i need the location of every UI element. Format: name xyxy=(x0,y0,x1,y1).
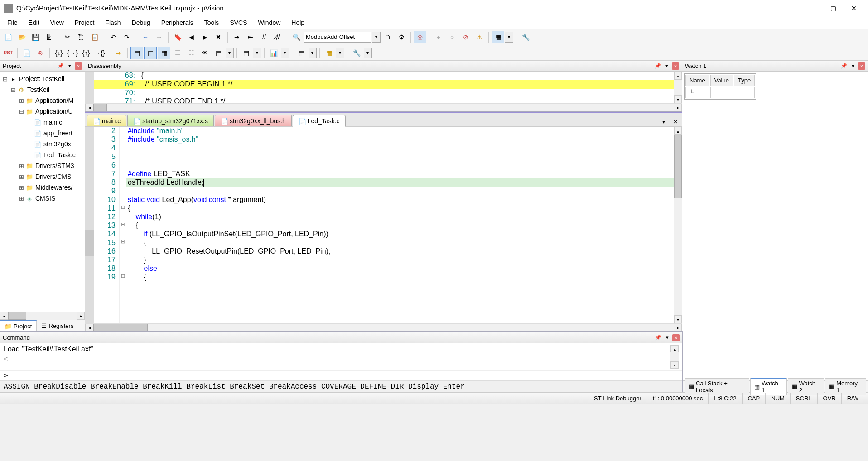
menu-file[interactable]: File xyxy=(2,17,23,28)
watch-col-header[interactable]: Name xyxy=(685,75,709,86)
run-button[interactable]: 📄 xyxy=(20,47,33,59)
code-line[interactable]: { xyxy=(126,204,674,213)
disasm-window-button[interactable]: ▥ xyxy=(144,47,157,59)
code-line[interactable]: { xyxy=(126,221,674,230)
menu-tools[interactable]: Tools xyxy=(199,17,225,28)
watch-col-header[interactable]: Type xyxy=(734,75,755,86)
menu-svcs[interactable]: SVCS xyxy=(224,17,252,28)
scroll-right-icon[interactable]: ▸ xyxy=(674,104,682,111)
analysis-window-button[interactable]: 📊 xyxy=(267,47,280,59)
menu-flash[interactable]: Flash xyxy=(100,17,126,28)
watch-cell[interactable] xyxy=(710,87,733,98)
fold-toggle[interactable] xyxy=(120,264,126,273)
scroll-thumb[interactable] xyxy=(93,104,107,111)
editor-code[interactable]: #include "main.h"#include "cmsis_os.h" #… xyxy=(126,127,674,323)
watch-col-header[interactable]: Value xyxy=(710,75,733,86)
disasm-line[interactable]: 71: /* USER CODE END 1 */ xyxy=(94,97,674,103)
breakpoint-disable-button[interactable]: ⊘ xyxy=(459,31,472,43)
tree-root[interactable]: ⊟▸Project: TestKeil xyxy=(0,73,85,84)
registers-window-button[interactable]: ☰ xyxy=(171,47,184,59)
editor-tab[interactable]: 📄stm32g0xx_ll_bus.h xyxy=(215,115,292,126)
fold-toggle[interactable] xyxy=(120,196,126,204)
find-input[interactable] xyxy=(304,32,371,43)
window-layout-button[interactable]: ▦ xyxy=(492,31,504,43)
code-line[interactable]: static void Led_App(void const * argumen… xyxy=(126,196,674,204)
scroll-thumb[interactable] xyxy=(674,135,682,198)
editor-scrollbar-h[interactable]: ◂ ▸ xyxy=(85,323,682,331)
pin-icon[interactable]: 📌 xyxy=(654,62,662,70)
code-line[interactable]: #include "main.h" xyxy=(126,127,674,135)
bookmark-clear-button[interactable]: ✖ xyxy=(212,31,225,43)
find-dropdown[interactable]: ▾ xyxy=(372,32,381,43)
copy-button[interactable]: ⿻ xyxy=(75,31,87,43)
close-button[interactable]: ✕ xyxy=(844,1,864,15)
command-prompt[interactable]: > xyxy=(0,370,682,380)
redo-button[interactable]: ↷ xyxy=(121,31,133,43)
disasm-line[interactable]: 69: /* USER CODE BEGIN 1 */ xyxy=(94,80,674,89)
fold-toggle[interactable] xyxy=(120,247,126,256)
editor-tab[interactable]: 📄main.c xyxy=(87,115,126,126)
menu-project[interactable]: Project xyxy=(69,17,100,28)
fold-toggle[interactable] xyxy=(120,135,126,144)
step-out-button[interactable]: {↑} xyxy=(80,47,92,59)
menu-edit[interactable]: Edit xyxy=(23,17,45,28)
dropdown-icon[interactable]: ▾ xyxy=(663,334,671,341)
pin-icon[interactable]: 📌 xyxy=(654,334,662,341)
expand-icon[interactable]: ⊞ xyxy=(18,163,24,169)
nav-back-button[interactable]: ← xyxy=(139,31,152,43)
trace-window-button[interactable]: ▦ xyxy=(295,47,308,59)
close-icon[interactable]: × xyxy=(672,334,680,341)
indent-button[interactable]: ⇥ xyxy=(231,31,243,43)
system-viewer-button[interactable]: ▦ xyxy=(323,47,335,59)
fold-toggle[interactable] xyxy=(120,256,126,264)
paste-button[interactable]: 📋 xyxy=(88,31,101,43)
fold-toggle[interactable] xyxy=(120,161,126,170)
disasm-line[interactable]: 68: { xyxy=(94,72,674,80)
tree-target[interactable]: ⊟⚙TestKeil xyxy=(0,84,85,95)
scroll-thumb[interactable] xyxy=(93,324,148,331)
watch-table[interactable]: NameValueType└ xyxy=(684,73,756,100)
scroll-up-icon[interactable]: ▴ xyxy=(670,345,679,352)
memory-window-button[interactable]: ▦ xyxy=(212,47,225,59)
tree-group[interactable]: ⊞📁Application/M xyxy=(0,95,85,106)
bookmark-next-button[interactable]: ▶ xyxy=(198,31,211,43)
tree-file[interactable]: 📄Led_Task.c xyxy=(0,149,85,160)
watch-cell[interactable] xyxy=(734,87,755,98)
undo-button[interactable]: ↶ xyxy=(107,31,120,43)
tree-file[interactable]: 📄main.c xyxy=(0,117,85,128)
symbols-window-button[interactable]: ▦ xyxy=(158,47,170,59)
tree-file[interactable]: 📄stm32g0x xyxy=(0,139,85,149)
scroll-right-icon[interactable]: ▸ xyxy=(77,312,85,320)
save-all-button[interactable]: 🗄 xyxy=(43,31,55,43)
new-file-button[interactable]: 📄 xyxy=(2,31,14,43)
scroll-down-icon[interactable]: ▾ xyxy=(674,315,682,323)
disasm-line[interactable]: 70: xyxy=(94,89,674,97)
code-line[interactable]: while(1) xyxy=(126,213,674,221)
code-line[interactable] xyxy=(126,153,674,161)
watch-body[interactable]: NameValueType└ xyxy=(682,72,868,331)
code-line[interactable]: LL_GPIO_ResetOutputPin(LED_GPIO_Port, LE… xyxy=(126,247,674,256)
step-into-button[interactable]: {↓} xyxy=(53,47,65,59)
scroll-left-icon[interactable]: ◂ xyxy=(85,324,93,331)
find-button[interactable]: 🔍 xyxy=(290,31,303,43)
code-line[interactable]: { xyxy=(126,273,674,282)
minimize-button[interactable]: — xyxy=(802,1,823,15)
watch-cell[interactable]: └ xyxy=(685,87,709,98)
fold-toggle[interactable] xyxy=(120,213,126,221)
maximize-button[interactable]: ▢ xyxy=(823,1,844,15)
scroll-down-icon[interactable]: ▾ xyxy=(674,95,682,103)
disasm-scrollbar-v[interactable]: ▴ ▾ xyxy=(674,72,682,103)
cut-button[interactable]: ✂ xyxy=(61,31,74,43)
watch-row[interactable]: └ xyxy=(685,87,755,98)
analysis-dropdown[interactable]: ▾ xyxy=(281,48,289,58)
close-icon[interactable]: × xyxy=(672,62,679,70)
bookmark-button[interactable]: 🔖 xyxy=(171,31,184,43)
tree-group[interactable]: ⊞◈CMSIS xyxy=(0,193,85,204)
breakpoint-insert-button[interactable]: ● xyxy=(432,31,445,43)
disasm-scrollbar-h[interactable]: ◂ ▸ xyxy=(85,103,682,111)
scroll-up-icon[interactable]: ▴ xyxy=(674,127,682,135)
code-line[interactable] xyxy=(126,161,674,170)
trace-dropdown[interactable]: ▾ xyxy=(309,48,317,58)
memory-dropdown[interactable]: ▾ xyxy=(226,48,234,58)
menu-view[interactable]: View xyxy=(45,17,69,28)
